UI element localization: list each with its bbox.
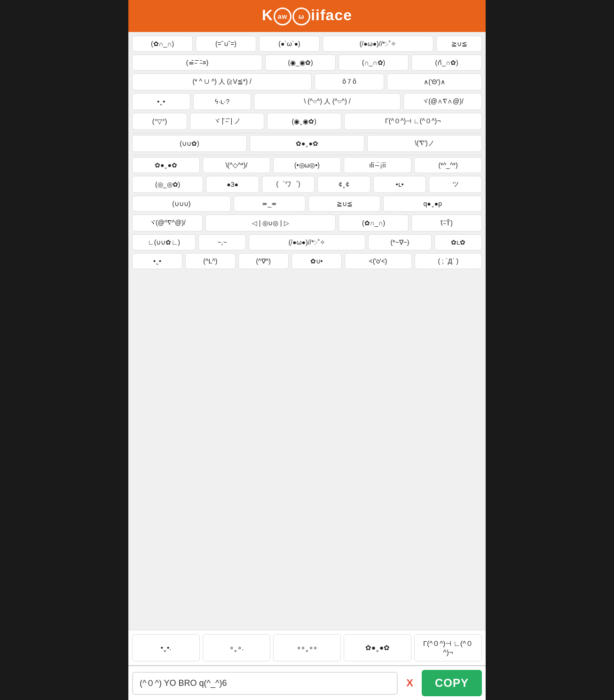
face-btn[interactable]: (̄–̄T̄): [411, 215, 482, 231]
bottom-face-btn[interactable]: ✿●ˬ●✿: [344, 634, 411, 661]
face-btn[interactable]: ✿ʟ✿: [434, 234, 482, 250]
face-btn[interactable]: ≖_≖: [234, 196, 306, 212]
face-btn[interactable]: ●3●: [206, 176, 259, 193]
clear-button[interactable]: X: [401, 673, 418, 693]
face-btn[interactable]: (/●ω●)//*:·˚✧: [323, 36, 433, 52]
faces-row-1: (✿∩_∩) (=ˇ∪ˇ=) (●´ω`●) (/●ω●)//*:·˚✧ ≧∪≦: [132, 36, 482, 52]
face-btn[interactable]: (∪∪∪): [132, 196, 231, 212]
face-text-input[interactable]: [132, 672, 398, 695]
face-btn[interactable]: (✿∩_∩): [132, 36, 193, 52]
face-btn[interactable]: ( ; ´Д` ): [415, 253, 482, 269]
face-btn[interactable]: (/●ω●)//*:·˚✧: [249, 234, 365, 250]
face-btn[interactable]: ツ: [429, 176, 482, 193]
face-btn[interactable]: (^L^): [185, 253, 236, 269]
faces-row-11: ∟(∪∪✿∟) ~,~ (/●ω●)//*:·˚✧ (*~∇~) ✿ʟ✿: [132, 234, 482, 250]
faces-row-2: (≡̄–̄ ̄–̄≡) (◉_◉✿) (∩_∩✿) (∩̃_∩✿): [132, 55, 482, 71]
face-btn[interactable]: <('o'<): [345, 253, 412, 269]
face-btn[interactable]: (°▽°): [132, 113, 187, 130]
title-circle2: ω: [292, 8, 310, 25]
face-btn[interactable]: ≧∪≦: [308, 196, 380, 212]
title-circle1: aw: [274, 8, 291, 25]
face-btn[interactable]: (゜ワ゜): [262, 176, 315, 193]
face-btn[interactable]: q●ˬ●p: [383, 196, 482, 212]
face-btn[interactable]: \('∇')ノ: [367, 135, 482, 152]
face-btn[interactable]: ✿●ˬ●✿: [132, 157, 200, 173]
face-btn[interactable]: \ (^○^) 人 (^○^) /: [254, 93, 401, 110]
faces-row-recent: (∪∪✿) ✿●ˬ●✿ \('∇')ノ: [132, 135, 482, 152]
face-btn[interactable]: ✿∪•: [291, 253, 342, 269]
faces-row-5: (°▽°) ヾ | ̄–̄ ̄| ノ (◉ˬ◉✿) Γ(^０^)⊣ ∟(^０^)…: [132, 113, 482, 130]
face-btn[interactable]: •ˬ•: [132, 93, 190, 110]
bottom-face-btn[interactable]: •ˬ•.: [132, 634, 200, 661]
face-btn[interactable]: (◉ˬ◉✿): [267, 113, 341, 130]
bottom-face-btn[interactable]: ∘∘ˬ∘∘: [273, 634, 341, 661]
face-btn[interactable]: ¢ˬ¢: [317, 176, 370, 193]
faces-row-12: •ˬ• (^L^) (^∇^) ✿∪• <('o'<) ( ; ´Д` ): [132, 253, 482, 269]
face-btn[interactable]: (=ˇ∪ˇ=): [196, 36, 256, 52]
face-btn[interactable]: ılı̈~̈¡ı̈ı̈: [344, 157, 411, 173]
face-btn[interactable]: (*^_^*): [414, 157, 482, 173]
bottom-face-bar: •ˬ•. ∘ˬ∘. ∘∘ˬ∘∘ ✿●ˬ●✿ Γ(^０^)⊣ ∟(^０^)¬: [128, 630, 486, 665]
faces-row-10: ヾ(@^∇^@)/ ◁ | ◎∪◎ | ▷ (✿∩_∩) (̄–̄T̄): [132, 215, 482, 231]
face-btn[interactable]: (◉_◉✿): [265, 55, 336, 71]
faces-row-3: (* ^ ∪ ^) 人 (≧V≦*) / ô７ô ∧('Θ')∧: [132, 73, 482, 90]
face-btn[interactable]: ✿●ˬ●✿: [250, 135, 364, 152]
face-btn[interactable]: (∩_∩✿): [338, 55, 409, 71]
face-btn[interactable]: ~,~: [198, 234, 246, 250]
face-btn[interactable]: (✿∩_∩): [338, 215, 409, 231]
copy-button[interactable]: COPY: [422, 670, 482, 696]
clear-icon: X: [406, 677, 413, 689]
faces-row-7: ✿●ˬ●✿ \(^◇^*)/ (•◎ω◎•) ılı̈~̈¡ı̈ı̈ (*^_^…: [132, 157, 482, 173]
face-btn[interactable]: (≡̄–̄ ̄–̄≡): [132, 55, 262, 71]
bottom-face-btn[interactable]: Γ(^０^)⊣ ∟(^０^)¬: [414, 634, 482, 661]
face-btn[interactable]: (∪∪✿): [132, 135, 247, 152]
face-btn[interactable]: Γ(^０^)⊣ ∟(^０^)¬: [344, 113, 482, 130]
faces-grid: (✿∩_∩) (=ˇ∪ˇ=) (●´ω`●) (/●ω●)//*:·˚✧ ≧∪≦…: [128, 32, 486, 630]
face-btn[interactable]: \(^◇^*)/: [203, 157, 270, 173]
divider: [132, 133, 482, 133]
face-btn[interactable]: ∟(∪∪✿∟): [132, 234, 196, 250]
face-btn[interactable]: ϟ·ʟ·?: [193, 93, 252, 110]
face-btn[interactable]: •ʟ•: [373, 176, 426, 193]
app-title: Kawωiiface: [262, 7, 352, 25]
faces-row-9: (∪∪∪) ≖_≖ ≧∪≦ q●ˬ●p: [132, 196, 482, 212]
title-k: K: [262, 7, 273, 24]
face-btn[interactable]: (*~∇~): [368, 234, 432, 250]
face-btn[interactable]: (^∇^): [238, 253, 289, 269]
face-btn[interactable]: ∧('Θ')∧: [387, 73, 482, 90]
face-btn[interactable]: (∩̃_∩✿): [411, 55, 482, 71]
face-btn[interactable]: (•◎ω◎•): [273, 157, 341, 173]
face-btn[interactable]: (●´ω`●): [259, 36, 320, 52]
face-btn[interactable]: ヾ | ̄–̄ ̄| ノ: [190, 113, 264, 130]
faces-row-4: •ˬ• ϟ·ʟ·? \ (^○^) 人 (^○^) / ヾ(@∧∇∧@)/: [132, 93, 482, 110]
input-bar: X COPY: [128, 665, 486, 700]
face-btn[interactable]: ヾ(@∧∇∧@)/: [403, 93, 482, 110]
face-btn[interactable]: ヾ(@^∇^@)/: [132, 215, 203, 231]
title-suffix: iiface: [311, 7, 352, 24]
divider: [132, 155, 482, 155]
face-btn[interactable]: ô７ô: [315, 73, 384, 90]
faces-row-8: (◎_◎✿) ●3● (゜ワ゜) ¢ˬ¢ •ʟ• ツ: [132, 176, 482, 193]
face-btn[interactable]: •ˬ•: [132, 253, 182, 269]
face-btn[interactable]: (◎_◎✿): [132, 176, 203, 193]
app-header: Kawωiiface: [128, 0, 486, 32]
face-btn[interactable]: (* ^ ∪ ^) 人 (≧V≦*) /: [132, 73, 312, 90]
bottom-face-btn[interactable]: ∘ˬ∘.: [203, 634, 270, 661]
face-btn[interactable]: ◁ | ◎∪◎ | ▷: [205, 215, 336, 231]
face-btn[interactable]: ≧∪≦: [436, 36, 482, 52]
